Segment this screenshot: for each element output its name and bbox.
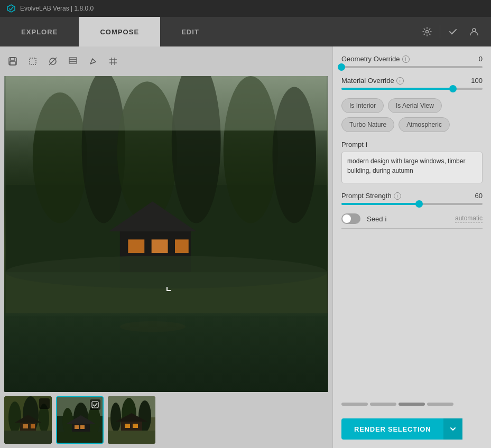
settings-button[interactable] xyxy=(419,23,436,40)
selection-tool-button[interactable] xyxy=(24,53,41,70)
layers-tool-button[interactable] xyxy=(64,53,81,70)
right-panel: Geometry Override i 0 Material Override … xyxy=(332,46,491,448)
svg-point-1 xyxy=(426,31,429,33)
svg-rect-31 xyxy=(5,316,327,392)
thumbnail-1[interactable] xyxy=(4,396,52,444)
svg-rect-53 xyxy=(92,402,98,408)
canvas-image xyxy=(4,76,328,392)
nav-right xyxy=(419,17,491,46)
thumb2-overlay xyxy=(90,399,100,410)
cursor xyxy=(166,287,171,291)
prompt-strength-header: Prompt Strength i 60 xyxy=(341,192,483,200)
svg-rect-11 xyxy=(69,58,77,59)
svg-rect-40 xyxy=(23,424,28,428)
prompt-strength-value: 60 xyxy=(475,192,483,200)
user-icon xyxy=(469,26,479,37)
check-icon xyxy=(448,26,458,37)
right-panel-spacer xyxy=(341,237,483,394)
thumb1-overlay xyxy=(39,398,50,409)
prompt-textarea[interactable] xyxy=(341,152,483,183)
grid-tool-button[interactable] xyxy=(105,53,122,70)
svg-rect-26 xyxy=(128,239,144,253)
prompt-strength-track[interactable] xyxy=(341,203,483,205)
geometry-override-info-icon[interactable]: i xyxy=(402,55,410,63)
pen-icon xyxy=(88,56,98,67)
seed-info-icon[interactable]: i xyxy=(385,215,386,223)
save-tool-button[interactable] xyxy=(4,53,21,70)
prompt-strength-fill xyxy=(341,203,419,205)
svg-rect-52 xyxy=(57,432,104,444)
gear-icon xyxy=(422,26,432,37)
svg-rect-4 xyxy=(11,58,15,60)
render-chevron-button[interactable] xyxy=(443,418,462,440)
main-content: Geometry Override i 0 Material Override … xyxy=(0,46,491,448)
app-logo xyxy=(6,4,16,13)
chip-turbo-nature[interactable]: Turbo Nature xyxy=(341,117,394,132)
material-override-section: Material Override i 100 xyxy=(341,77,483,90)
seed-row: Seed i automatic xyxy=(341,213,483,229)
tab-explore[interactable]: EXPLORE xyxy=(0,17,79,46)
prompt-strength-thumb[interactable] xyxy=(415,200,423,208)
chip-atmospheric[interactable]: Atmospheric xyxy=(399,117,450,132)
thumbnail-2[interactable] xyxy=(56,396,104,444)
app-title: EvolveLAB Veras | 1.8.0.0 xyxy=(20,5,94,12)
canvas-area[interactable] xyxy=(4,76,328,392)
svg-rect-61 xyxy=(125,424,130,428)
svg-rect-6 xyxy=(30,58,36,64)
dot-1[interactable] xyxy=(341,403,368,406)
nav-bar: EXPLORE COMPOSE EDIT xyxy=(0,17,491,46)
thumbnail-strip xyxy=(4,396,328,444)
prompt-strength-section: Prompt Strength i 60 xyxy=(341,192,483,205)
seed-label: Seed i xyxy=(367,215,386,223)
svg-rect-62 xyxy=(133,424,138,428)
left-panel xyxy=(0,46,332,448)
svg-rect-28 xyxy=(175,239,189,253)
prompt-label: Prompt i xyxy=(341,141,483,148)
svg-rect-27 xyxy=(152,239,168,253)
dot-4[interactable] xyxy=(427,403,453,406)
prompt-info-icon[interactable]: i xyxy=(366,141,367,148)
nav-divider xyxy=(440,25,440,38)
chip-is-interior[interactable]: Is Interior xyxy=(341,98,384,113)
render-btn-container: RENDER SELECTION xyxy=(341,418,483,440)
layers-icon xyxy=(68,56,78,67)
mask-tool-button[interactable] xyxy=(44,53,61,70)
svg-marker-0 xyxy=(7,5,15,12)
dot-2[interactable] xyxy=(370,403,396,406)
material-override-track[interactable] xyxy=(341,88,483,90)
thumbnail-3[interactable] xyxy=(108,396,155,444)
geometry-override-track[interactable] xyxy=(341,66,483,68)
prompt-strength-info-icon[interactable]: i xyxy=(394,192,401,200)
save-icon xyxy=(7,56,18,67)
material-override-value: 100 xyxy=(471,77,483,85)
dot-3[interactable] xyxy=(399,403,425,406)
mask-icon xyxy=(48,56,58,67)
tab-compose[interactable]: COMPOSE xyxy=(79,17,160,46)
seed-toggle[interactable] xyxy=(341,213,360,224)
toolbar xyxy=(4,51,328,72)
grid-icon xyxy=(108,56,118,67)
material-override-info-icon[interactable]: i xyxy=(396,77,404,85)
geometry-override-header: Geometry Override i 0 xyxy=(341,55,483,63)
geometry-override-value: 0 xyxy=(479,55,483,63)
user-button[interactable] xyxy=(466,23,483,40)
geometry-override-thumb[interactable] xyxy=(338,63,345,71)
pen-tool-button[interactable] xyxy=(85,53,101,70)
svg-point-56 xyxy=(110,403,121,432)
svg-point-35 xyxy=(8,402,21,433)
geometry-override-label: Geometry Override i xyxy=(341,55,410,63)
geometry-override-section: Geometry Override i 0 xyxy=(341,55,483,68)
check-button[interactable] xyxy=(444,23,461,40)
material-override-fill xyxy=(341,88,453,90)
seed-value: automatic xyxy=(455,214,483,223)
render-selection-button[interactable]: RENDER SELECTION xyxy=(341,418,443,440)
svg-rect-50 xyxy=(75,425,79,429)
svg-rect-33 xyxy=(5,76,327,130)
crop-icon xyxy=(27,56,38,67)
material-override-header: Material Override i 100 xyxy=(341,77,483,85)
tab-edit[interactable]: EDIT xyxy=(160,17,220,46)
chip-is-aerial-view[interactable]: Is Aerial View xyxy=(388,98,442,113)
prompt-section: Prompt i xyxy=(341,141,483,183)
svg-line-8 xyxy=(49,58,57,65)
material-override-thumb[interactable] xyxy=(449,85,457,92)
